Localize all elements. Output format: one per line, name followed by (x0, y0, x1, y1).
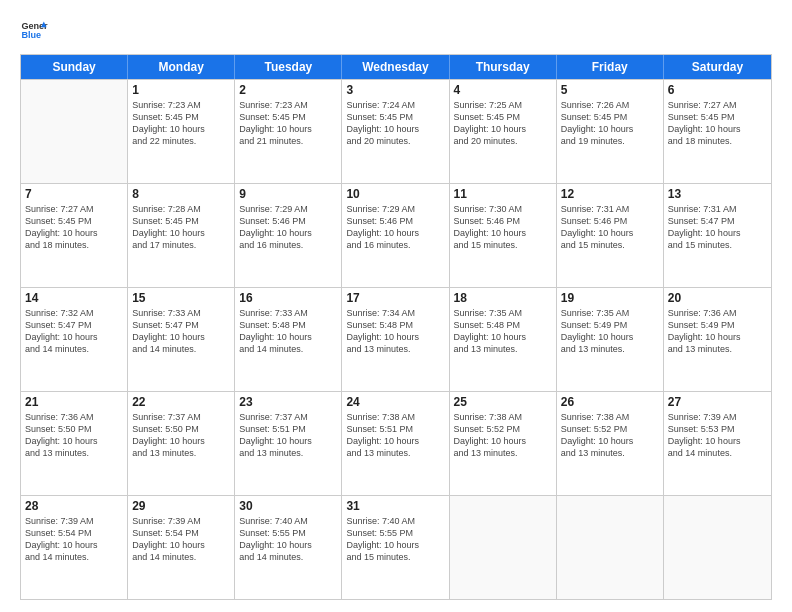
cell-info: Sunrise: 7:25 AMSunset: 5:45 PMDaylight:… (454, 99, 552, 148)
weekday-header: Sunday (21, 55, 128, 79)
calendar-cell: 27Sunrise: 7:39 AMSunset: 5:53 PMDayligh… (664, 392, 771, 495)
cell-info: Sunrise: 7:39 AMSunset: 5:54 PMDaylight:… (132, 515, 230, 564)
calendar-cell: 24Sunrise: 7:38 AMSunset: 5:51 PMDayligh… (342, 392, 449, 495)
calendar-cell: 16Sunrise: 7:33 AMSunset: 5:48 PMDayligh… (235, 288, 342, 391)
calendar-cell: 4Sunrise: 7:25 AMSunset: 5:45 PMDaylight… (450, 80, 557, 183)
cell-info: Sunrise: 7:40 AMSunset: 5:55 PMDaylight:… (239, 515, 337, 564)
cell-info: Sunrise: 7:36 AMSunset: 5:49 PMDaylight:… (668, 307, 767, 356)
day-number: 17 (346, 291, 444, 305)
day-number: 15 (132, 291, 230, 305)
cell-info: Sunrise: 7:29 AMSunset: 5:46 PMDaylight:… (346, 203, 444, 252)
day-number: 24 (346, 395, 444, 409)
calendar-cell: 11Sunrise: 7:30 AMSunset: 5:46 PMDayligh… (450, 184, 557, 287)
logo: General Blue (20, 16, 48, 44)
weekday-header: Monday (128, 55, 235, 79)
cell-info: Sunrise: 7:23 AMSunset: 5:45 PMDaylight:… (239, 99, 337, 148)
header: General Blue (20, 16, 772, 44)
day-number: 23 (239, 395, 337, 409)
svg-text:Blue: Blue (21, 30, 41, 40)
day-number: 21 (25, 395, 123, 409)
cell-info: Sunrise: 7:29 AMSunset: 5:46 PMDaylight:… (239, 203, 337, 252)
page: General Blue SundayMondayTuesdayWednesda… (0, 0, 792, 612)
calendar-cell: 21Sunrise: 7:36 AMSunset: 5:50 PMDayligh… (21, 392, 128, 495)
cell-info: Sunrise: 7:38 AMSunset: 5:51 PMDaylight:… (346, 411, 444, 460)
calendar: SundayMondayTuesdayWednesdayThursdayFrid… (20, 54, 772, 600)
calendar-row: 28Sunrise: 7:39 AMSunset: 5:54 PMDayligh… (21, 495, 771, 599)
cell-info: Sunrise: 7:28 AMSunset: 5:45 PMDaylight:… (132, 203, 230, 252)
cell-info: Sunrise: 7:35 AMSunset: 5:49 PMDaylight:… (561, 307, 659, 356)
calendar-cell: 3Sunrise: 7:24 AMSunset: 5:45 PMDaylight… (342, 80, 449, 183)
day-number: 12 (561, 187, 659, 201)
day-number: 31 (346, 499, 444, 513)
cell-info: Sunrise: 7:32 AMSunset: 5:47 PMDaylight:… (25, 307, 123, 356)
cell-info: Sunrise: 7:33 AMSunset: 5:48 PMDaylight:… (239, 307, 337, 356)
day-number: 10 (346, 187, 444, 201)
cell-info: Sunrise: 7:34 AMSunset: 5:48 PMDaylight:… (346, 307, 444, 356)
day-number: 11 (454, 187, 552, 201)
weekday-header: Tuesday (235, 55, 342, 79)
calendar-cell: 1Sunrise: 7:23 AMSunset: 5:45 PMDaylight… (128, 80, 235, 183)
day-number: 4 (454, 83, 552, 97)
cell-info: Sunrise: 7:33 AMSunset: 5:47 PMDaylight:… (132, 307, 230, 356)
cell-info: Sunrise: 7:27 AMSunset: 5:45 PMDaylight:… (668, 99, 767, 148)
calendar-cell: 9Sunrise: 7:29 AMSunset: 5:46 PMDaylight… (235, 184, 342, 287)
cell-info: Sunrise: 7:30 AMSunset: 5:46 PMDaylight:… (454, 203, 552, 252)
day-number: 16 (239, 291, 337, 305)
calendar-cell: 30Sunrise: 7:40 AMSunset: 5:55 PMDayligh… (235, 496, 342, 599)
cell-info: Sunrise: 7:24 AMSunset: 5:45 PMDaylight:… (346, 99, 444, 148)
day-number: 28 (25, 499, 123, 513)
day-number: 18 (454, 291, 552, 305)
calendar-cell: 12Sunrise: 7:31 AMSunset: 5:46 PMDayligh… (557, 184, 664, 287)
calendar-cell: 14Sunrise: 7:32 AMSunset: 5:47 PMDayligh… (21, 288, 128, 391)
logo-icon: General Blue (20, 16, 48, 44)
cell-info: Sunrise: 7:35 AMSunset: 5:48 PMDaylight:… (454, 307, 552, 356)
day-number: 7 (25, 187, 123, 201)
calendar-cell (664, 496, 771, 599)
calendar-cell: 15Sunrise: 7:33 AMSunset: 5:47 PMDayligh… (128, 288, 235, 391)
calendar-cell: 2Sunrise: 7:23 AMSunset: 5:45 PMDaylight… (235, 80, 342, 183)
weekday-header: Wednesday (342, 55, 449, 79)
cell-info: Sunrise: 7:38 AMSunset: 5:52 PMDaylight:… (454, 411, 552, 460)
calendar-cell: 29Sunrise: 7:39 AMSunset: 5:54 PMDayligh… (128, 496, 235, 599)
calendar-cell: 22Sunrise: 7:37 AMSunset: 5:50 PMDayligh… (128, 392, 235, 495)
calendar-cell: 17Sunrise: 7:34 AMSunset: 5:48 PMDayligh… (342, 288, 449, 391)
cell-info: Sunrise: 7:40 AMSunset: 5:55 PMDaylight:… (346, 515, 444, 564)
calendar-row: 1Sunrise: 7:23 AMSunset: 5:45 PMDaylight… (21, 79, 771, 183)
cell-info: Sunrise: 7:31 AMSunset: 5:47 PMDaylight:… (668, 203, 767, 252)
calendar-cell: 25Sunrise: 7:38 AMSunset: 5:52 PMDayligh… (450, 392, 557, 495)
cell-info: Sunrise: 7:27 AMSunset: 5:45 PMDaylight:… (25, 203, 123, 252)
cell-info: Sunrise: 7:26 AMSunset: 5:45 PMDaylight:… (561, 99, 659, 148)
calendar-cell: 18Sunrise: 7:35 AMSunset: 5:48 PMDayligh… (450, 288, 557, 391)
weekday-header: Saturday (664, 55, 771, 79)
cell-info: Sunrise: 7:31 AMSunset: 5:46 PMDaylight:… (561, 203, 659, 252)
weekday-header: Thursday (450, 55, 557, 79)
calendar-header: SundayMondayTuesdayWednesdayThursdayFrid… (21, 55, 771, 79)
calendar-row: 21Sunrise: 7:36 AMSunset: 5:50 PMDayligh… (21, 391, 771, 495)
calendar-cell: 31Sunrise: 7:40 AMSunset: 5:55 PMDayligh… (342, 496, 449, 599)
day-number: 6 (668, 83, 767, 97)
calendar-cell: 10Sunrise: 7:29 AMSunset: 5:46 PMDayligh… (342, 184, 449, 287)
day-number: 1 (132, 83, 230, 97)
day-number: 5 (561, 83, 659, 97)
day-number: 2 (239, 83, 337, 97)
calendar-body: 1Sunrise: 7:23 AMSunset: 5:45 PMDaylight… (21, 79, 771, 599)
weekday-header: Friday (557, 55, 664, 79)
cell-info: Sunrise: 7:37 AMSunset: 5:51 PMDaylight:… (239, 411, 337, 460)
day-number: 27 (668, 395, 767, 409)
calendar-cell: 8Sunrise: 7:28 AMSunset: 5:45 PMDaylight… (128, 184, 235, 287)
calendar-row: 14Sunrise: 7:32 AMSunset: 5:47 PMDayligh… (21, 287, 771, 391)
day-number: 3 (346, 83, 444, 97)
cell-info: Sunrise: 7:39 AMSunset: 5:54 PMDaylight:… (25, 515, 123, 564)
calendar-cell: 26Sunrise: 7:38 AMSunset: 5:52 PMDayligh… (557, 392, 664, 495)
day-number: 13 (668, 187, 767, 201)
day-number: 26 (561, 395, 659, 409)
calendar-cell (557, 496, 664, 599)
calendar-cell (450, 496, 557, 599)
day-number: 8 (132, 187, 230, 201)
day-number: 29 (132, 499, 230, 513)
day-number: 30 (239, 499, 337, 513)
calendar-cell: 5Sunrise: 7:26 AMSunset: 5:45 PMDaylight… (557, 80, 664, 183)
calendar-cell: 20Sunrise: 7:36 AMSunset: 5:49 PMDayligh… (664, 288, 771, 391)
day-number: 22 (132, 395, 230, 409)
calendar-row: 7Sunrise: 7:27 AMSunset: 5:45 PMDaylight… (21, 183, 771, 287)
